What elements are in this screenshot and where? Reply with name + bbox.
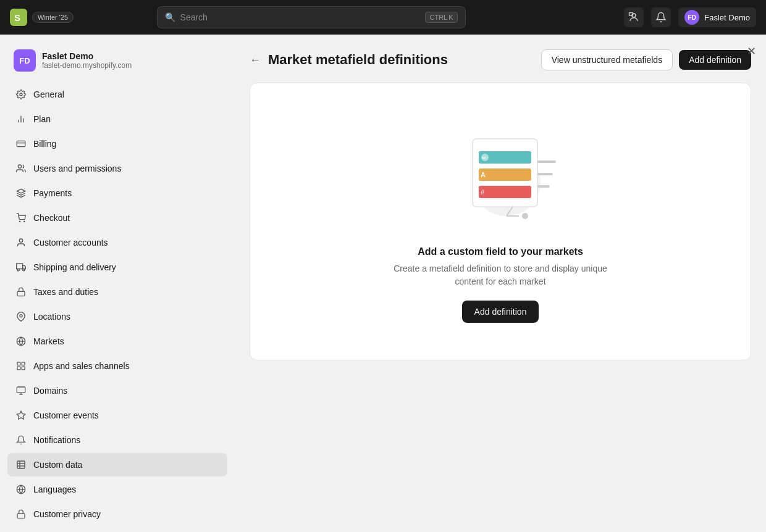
notifications-icon (15, 434, 27, 446)
svg-rect-49 (537, 185, 550, 188)
sidebar-item-markets-label: Markets (33, 336, 64, 346)
main-content: ✕ ← Market metafield definitions View un… (235, 35, 766, 532)
sidebar-item-custom-data-label: Custom data (33, 460, 82, 470)
sidebar-item-apps-label: Apps and sales channels (33, 361, 130, 371)
sidebar-item-domains[interactable]: Domains (7, 379, 227, 402)
sidebar-item-notifications[interactable]: Notifications (7, 428, 227, 452)
plan-icon (15, 113, 27, 125)
markets-icon (15, 335, 27, 347)
top-navigation: S Winter '25 🔍 Search CTRL K FD Faslet D… (0, 0, 766, 35)
search-placeholder-text: Search (180, 12, 208, 22)
sidebar-item-customer-events[interactable]: Customer events (7, 404, 227, 427)
sidebar-item-markets[interactable]: Markets (7, 330, 227, 353)
svg-marker-15 (23, 265, 26, 268)
sidebar-item-general[interactable]: General (7, 83, 227, 106)
sidebar-item-billing-label: Billing (33, 139, 56, 149)
sidebar-item-locations-label: Locations (33, 312, 70, 322)
sidebar-item-languages-label: Languages (33, 484, 76, 494)
svg-rect-23 (22, 362, 25, 365)
svg-point-52 (522, 213, 528, 219)
sidebar-item-taxes-duties-label: Taxes and duties (33, 287, 98, 297)
account-info: Faslet Demo faslet-demo.myshopify.com (42, 51, 132, 70)
sidebar-account[interactable]: FD Faslet Demo faslet-demo.myshopify.com (7, 42, 227, 79)
svg-text:A: A (481, 171, 486, 178)
sidebar-item-policies[interactable]: Policies (7, 527, 227, 532)
shopify-logo-icon: S (10, 9, 27, 26)
svg-rect-24 (22, 367, 25, 370)
svg-rect-30 (17, 461, 25, 468)
search-bar[interactable]: 🔍 Search CTRL K (157, 6, 466, 28)
notification-icon-btn[interactable] (651, 7, 671, 27)
sidebar-item-languages[interactable]: Languages (7, 478, 227, 501)
close-button[interactable]: ✕ (747, 44, 756, 58)
sidebar-item-taxes-duties[interactable]: Taxes and duties (7, 280, 227, 304)
add-definition-empty-btn[interactable]: Add definition (462, 301, 539, 323)
sidebar-item-customer-accounts[interactable]: Customer accounts (7, 231, 227, 254)
sidebar-item-checkout-label: Checkout (33, 213, 70, 223)
empty-state-card: ✏ A # Add a custom field (250, 83, 751, 360)
customer-accounts-icon (15, 236, 27, 249)
svg-point-4 (20, 93, 22, 96)
sidebar-item-checkout[interactable]: Checkout (7, 206, 227, 230)
svg-rect-47 (537, 160, 556, 163)
svg-point-10 (18, 165, 21, 168)
locations-icon (15, 310, 27, 323)
search-shortcut: CTRL K (425, 12, 457, 23)
sidebar-item-billing[interactable]: Billing (7, 132, 227, 156)
customer-events-icon (15, 409, 27, 422)
domains-icon (15, 384, 27, 397)
sidebar-item-domains-label: Domains (33, 386, 67, 396)
sidebar-item-shipping-delivery[interactable]: Shipping and delivery (7, 256, 227, 279)
sidebar-item-customer-privacy[interactable]: Customer privacy (7, 502, 227, 526)
topnav-right-area: FD Faslet Demo (624, 7, 756, 27)
search-icon: 🔍 (165, 12, 175, 22)
page-header-left: ← Market metafield definitions (250, 52, 448, 68)
sidebar-item-customer-events-label: Customer events (33, 410, 99, 420)
user-menu-chip[interactable]: FD Faslet Demo (678, 7, 756, 27)
general-icon (15, 88, 27, 101)
page-title: Market metafield definitions (268, 52, 448, 68)
sidebar-item-apps-sales-channels[interactable]: Apps and sales channels (7, 354, 227, 378)
svg-rect-18 (17, 291, 25, 296)
sidebar-item-users-permissions[interactable]: Users and permissions (7, 157, 227, 180)
sidebar-item-custom-data[interactable]: Custom data (7, 453, 227, 476)
sidebar-item-customer-privacy-label: Customer privacy (33, 509, 101, 519)
shipping-icon (15, 261, 27, 273)
sidebar-item-plan-label: Plan (33, 114, 51, 124)
back-button[interactable]: ← (250, 54, 261, 67)
svg-point-16 (17, 269, 19, 271)
svg-point-13 (19, 239, 22, 242)
svg-text:✏: ✏ (482, 155, 487, 161)
svg-point-17 (23, 269, 25, 271)
shopify-logo-area[interactable]: S Winter '25 (10, 9, 74, 26)
sidebar-item-plan[interactable]: Plan (7, 107, 227, 131)
account-name: Faslet Demo (42, 51, 132, 61)
svg-point-11 (19, 221, 20, 222)
winter-badge: Winter '25 (32, 12, 74, 23)
user-name-topnav: Faslet Demo (704, 13, 750, 22)
sidebar: FD Faslet Demo faslet-demo.myshopify.com… (0, 35, 235, 532)
add-definition-header-btn[interactable]: Add definition (679, 50, 751, 70)
svg-point-12 (24, 221, 25, 222)
svg-rect-26 (17, 387, 25, 393)
svg-text:#: # (481, 188, 485, 196)
billing-icon (15, 138, 27, 150)
illustration: ✏ A # (439, 120, 562, 231)
svg-rect-48 (537, 173, 553, 175)
storefront-icon-btn[interactable] (624, 7, 644, 27)
svg-rect-8 (17, 141, 25, 146)
sidebar-item-locations[interactable]: Locations (7, 305, 227, 328)
taxes-icon (15, 286, 27, 298)
page-header: ← Market metafield definitions View unst… (250, 49, 751, 70)
sidebar-item-payments[interactable]: Payments (7, 181, 227, 205)
languages-icon (15, 483, 27, 496)
svg-marker-29 (17, 411, 25, 419)
apps-icon (15, 360, 27, 372)
users-icon (15, 162, 27, 175)
sidebar-item-users-permissions-label: Users and permissions (33, 164, 121, 173)
svg-rect-14 (17, 264, 23, 269)
view-unstructured-btn[interactable]: View unstructured metafields (541, 49, 673, 70)
user-avatar-small: FD (684, 10, 699, 25)
sidebar-item-payments-label: Payments (33, 188, 72, 198)
svg-rect-25 (17, 367, 20, 370)
